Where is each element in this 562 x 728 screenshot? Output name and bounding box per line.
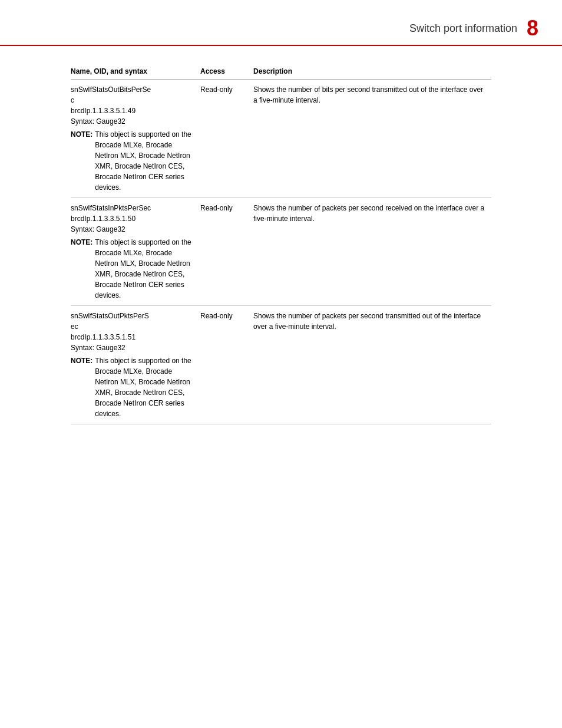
description-cell: Shows the number of packets per second r…	[253, 198, 491, 306]
table-header: Name, OID, and syntax Access Description	[71, 64, 491, 80]
syntax-line: Syntax: Gauge32	[71, 342, 196, 353]
note-label: NOTE:	[71, 355, 92, 419]
access-cell: Read-only	[200, 198, 253, 306]
mib-table: Name, OID, and syntax Access Description…	[71, 64, 491, 424]
note-label: NOTE:	[71, 129, 92, 193]
oid-line: brcdIp.1.1.3.3.5.1.50	[71, 213, 196, 224]
oid-line: brcdIp.1.1.3.3.5.1.51	[71, 332, 196, 342]
note-text: This object is supported on the Brocade …	[95, 355, 196, 419]
access-cell: Read-only	[200, 80, 253, 198]
page-title: Switch port information	[409, 22, 517, 35]
note-text: This object is supported on the Brocade …	[95, 129, 196, 193]
page-header: Switch port information 8	[0, 0, 562, 46]
name-line: ec	[71, 321, 196, 332]
name-line: snSwIfStatsOutBitsPerSe	[71, 84, 196, 95]
table-row: snSwIfStatsInPktsPerSecbrcdIp.1.1.3.3.5.…	[71, 198, 491, 306]
name-line: c	[71, 95, 196, 106]
table-row: snSwIfStatsOutPktsPerSecbrcdIp.1.1.3.3.5…	[71, 306, 491, 424]
description-cell: Shows the number of bits per second tran…	[253, 80, 491, 198]
description-cell: Shows the number of packets per second t…	[253, 306, 491, 424]
content-area: Name, OID, and syntax Access Description…	[0, 46, 562, 448]
syntax-line: Syntax: Gauge32	[71, 224, 196, 235]
note-label: NOTE:	[71, 237, 92, 301]
syntax-line: Syntax: Gauge32	[71, 116, 196, 127]
name-cell: snSwIfStatsOutBitsPerSecbrcdIp.1.1.3.3.5…	[71, 80, 200, 198]
table-row: snSwIfStatsOutBitsPerSecbrcdIp.1.1.3.3.5…	[71, 80, 491, 198]
name-line: snSwIfStatsInPktsPerSec	[71, 203, 196, 213]
note-row: NOTE: This object is supported on the Br…	[71, 129, 196, 193]
name-cell: snSwIfStatsOutPktsPerSecbrcdIp.1.1.3.3.5…	[71, 306, 200, 424]
note-text: This object is supported on the Brocade …	[95, 237, 196, 301]
oid-line: brcdIp.1.1.3.3.5.1.49	[71, 106, 196, 116]
col-header-name: Name, OID, and syntax	[71, 64, 200, 80]
note-row: NOTE: This object is supported on the Br…	[71, 237, 196, 301]
col-header-access: Access	[200, 64, 253, 80]
name-cell: snSwIfStatsInPktsPerSecbrcdIp.1.1.3.3.5.…	[71, 198, 200, 306]
page-number: 8	[527, 18, 538, 39]
col-header-description: Description	[253, 64, 491, 80]
note-row: NOTE: This object is supported on the Br…	[71, 355, 196, 419]
access-cell: Read-only	[200, 306, 253, 424]
name-line: snSwIfStatsOutPktsPerS	[71, 311, 196, 321]
